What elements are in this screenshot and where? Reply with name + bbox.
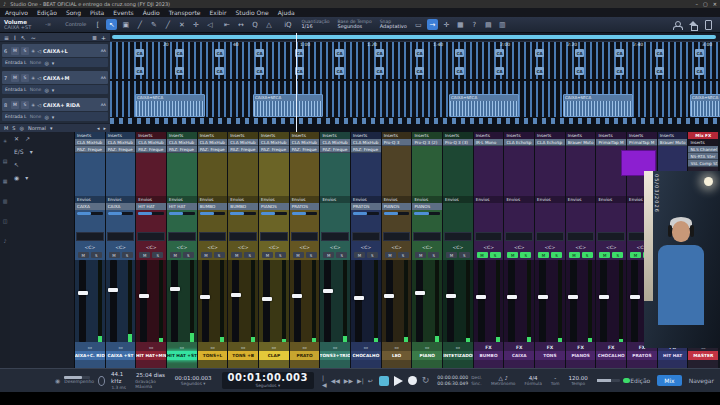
mixer-channel-pianos-16[interactable]: InsertsBrauer MotoEnvios<C>MSFXPIANOS <box>566 132 596 368</box>
send-slot-bumbo[interactable]: BUMBO <box>198 203 228 210</box>
fader-handle[interactable] <box>507 295 517 299</box>
insert-slot-paz-freque[interactable]: PAZ: Freque <box>320 146 350 153</box>
mute-button[interactable]: M <box>11 74 19 82</box>
mixer-channel-piano-11[interactable]: InsertsPro-Q 3 (2)EnviosPIANOS<C>MS▭PIAN… <box>412 132 442 368</box>
clip-tag[interactable]: CA <box>415 49 424 57</box>
channel-solo-button[interactable]: S <box>582 252 593 258</box>
send-slot-pratos[interactable]: PRATOS <box>351 203 381 210</box>
sends-header[interactable]: Envios <box>474 196 504 203</box>
view-button-edi-o[interactable]: Edição <box>630 377 650 384</box>
insert-slot-cla-mixhub[interactable]: CLA MixHub <box>167 139 197 146</box>
quantize-setting[interactable]: Quantização 1/16 <box>301 19 329 30</box>
grid-icon[interactable]: ▦ <box>3 178 8 184</box>
tool-0-icon[interactable]: [ <box>92 19 103 30</box>
send-slot-pratos[interactable]: PRATOS <box>290 203 320 210</box>
wrench-icon[interactable]: ✳ <box>3 138 7 144</box>
send-level-slider[interactable] <box>384 212 410 215</box>
sends-header[interactable]: Envios <box>351 196 381 203</box>
key-block[interactable]: - Tom <box>551 375 560 387</box>
right-tool-1-icon[interactable]: → <box>427 19 438 30</box>
channel-mute-button[interactable]: M <box>446 252 457 258</box>
insert-slot-primaltap-m[interactable]: PrimalTap M <box>627 139 657 146</box>
channel-solo-button[interactable]: S <box>428 252 439 258</box>
clip-tag[interactable]: CA <box>175 67 184 75</box>
sends-header[interactable]: Envios <box>290 196 320 203</box>
right-tool-2-icon[interactable]: ✛ <box>441 19 452 30</box>
fader-handle[interactable] <box>630 295 640 299</box>
param-control-block[interactable]: Controle <box>65 22 86 28</box>
send-slot-bumbo[interactable]: BUMBO <box>228 203 258 210</box>
cue-mix-slot[interactable] <box>260 232 288 241</box>
fader-handle[interactable] <box>323 289 333 293</box>
channel-solo-button[interactable]: S <box>91 252 102 258</box>
cue-mix-slot[interactable] <box>229 232 257 241</box>
view-button-mix[interactable]: Mix <box>657 375 681 386</box>
mixer-channel-caixa-c-rida-0[interactable]: InsertsCLA MixHubPAZ: FrequeEnviosCAIXA<… <box>75 132 105 368</box>
clip-tag[interactable]: CA <box>375 49 384 57</box>
fader-handle[interactable] <box>170 287 180 291</box>
clip-tag[interactable]: CA <box>135 49 144 57</box>
clip-tag[interactable]: CA <box>655 67 664 75</box>
right-tool-5-icon[interactable]: ▤ <box>483 19 494 30</box>
tool-4-icon[interactable]: ✎ <box>148 19 159 30</box>
pan-control[interactable]: <C> <box>136 243 166 251</box>
pan-control[interactable]: <C> <box>198 243 228 251</box>
cue-mix-slot[interactable] <box>444 232 472 241</box>
cue-mix-slot[interactable] <box>475 232 503 241</box>
mixer-channel-caixa-14[interactable]: InsertsCLA EchoSpEnvios<C>MSFXCAIXA <box>504 132 534 368</box>
fader-lane[interactable] <box>508 260 515 342</box>
menu-item-transporte[interactable]: Transporte <box>169 9 201 16</box>
solo-button[interactable]: S <box>21 47 29 55</box>
skip-button-0[interactable]: |◀ <box>322 374 327 388</box>
pan-control[interactable]: <C> <box>290 243 320 251</box>
channel-solo-button[interactable]: S <box>367 252 378 258</box>
automation-mode[interactable]: Normal <box>28 125 46 131</box>
block-icon[interactable]: ◫ <box>3 218 8 224</box>
fader-handle[interactable] <box>415 291 425 295</box>
send-level-slider[interactable] <box>200 212 226 215</box>
send-slot-hit-hat[interactable]: HIT HAT <box>136 203 166 210</box>
insert-slot-cla-echosp[interactable]: CLA EchoSp <box>535 139 565 146</box>
clip-tag[interactable]: CA <box>135 67 144 75</box>
arrange-timeline[interactable]: CAIXA+SECACAIXA+SECACAIXA+SECACAIXA+SECA… <box>110 33 720 132</box>
fader-handle[interactable] <box>354 296 364 300</box>
nav-tool-0-icon[interactable]: ⇤ <box>221 19 232 30</box>
insert-slot-ssl-comp-st[interactable]: SSL Comp St <box>688 160 718 167</box>
track-input-row[interactable]: Entrada LNone◎▾ <box>2 85 108 94</box>
insert-slot-paz-freque[interactable]: PAZ: Freque <box>228 146 258 153</box>
menu-item-events[interactable]: Events <box>113 9 133 16</box>
track-header-icon-1[interactable]: I <box>14 34 16 41</box>
clip-tag[interactable]: CA <box>335 67 344 75</box>
io-label[interactable]: E/S <box>14 148 24 155</box>
channel-mute-button[interactable]: M <box>630 252 641 258</box>
channel-name[interactable]: HIT HAT +ST <box>167 351 197 360</box>
pan-control[interactable]: <C> <box>382 243 412 251</box>
playhead[interactable] <box>296 33 297 132</box>
track-row[interactable]: 8MS✳◁CAIXA+ RIDAʌʌ <box>2 98 108 111</box>
track-header-icon-0[interactable]: ≡ <box>4 34 9 41</box>
clip-tag[interactable]: CA <box>535 49 544 57</box>
clip-tag[interactable]: CA <box>655 49 664 57</box>
channel-solo-button[interactable]: S <box>306 252 317 258</box>
channel-mute-button[interactable]: M <box>293 252 304 258</box>
channel-solo-button[interactable]: S <box>490 252 501 258</box>
fader-handle[interactable] <box>568 295 578 299</box>
channel-solo-button[interactable]: S <box>183 252 194 258</box>
fader-lane[interactable] <box>539 260 546 342</box>
fader-handle[interactable] <box>231 293 241 297</box>
time-ruler[interactable] <box>110 33 720 42</box>
fader-handle[interactable] <box>446 294 456 298</box>
insert-slot-primaltap-m[interactable]: PrimalTap M <box>596 139 626 146</box>
secondary-time-display[interactable]: 00:01:00.003 Segundos ▾ <box>175 375 212 387</box>
menu-item-pista[interactable]: Pista <box>90 9 104 16</box>
fader-handle[interactable] <box>200 295 210 299</box>
fader-lane[interactable] <box>386 260 393 342</box>
cue-mix-slot[interactable] <box>291 232 319 241</box>
fader-lane[interactable] <box>263 260 270 342</box>
sends-header[interactable]: Envios <box>504 196 534 203</box>
channel-name[interactable]: CAIXA <box>504 351 534 360</box>
fader-handle[interactable] <box>384 294 394 298</box>
timebase-setting[interactable]: Base de Tempo Segundos <box>338 19 372 30</box>
track-row[interactable]: 7MS✳◁CAIXA+Mʌʌ <box>2 71 108 84</box>
sends-header[interactable]: Envios <box>566 196 596 203</box>
